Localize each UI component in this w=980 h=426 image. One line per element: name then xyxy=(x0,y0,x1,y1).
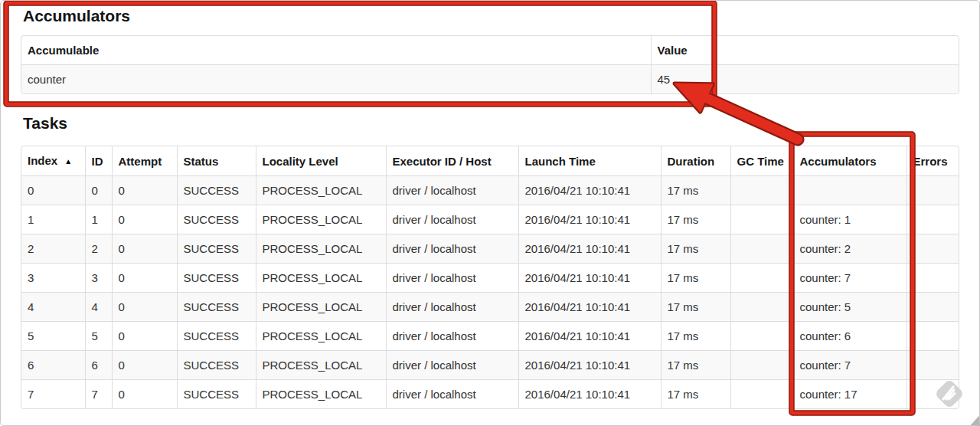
col-header-accumulators[interactable]: Accumulators xyxy=(793,146,906,176)
td-accumulators: counter: 1 xyxy=(793,205,906,234)
col-header-executor-id-host[interactable]: Executor ID / Host xyxy=(386,146,518,176)
td-executor: driver / localhost xyxy=(386,293,518,322)
td-errors xyxy=(906,351,959,380)
td-index: 4 xyxy=(21,293,85,322)
td-accumulable-name: counter xyxy=(21,65,651,94)
td-index: 5 xyxy=(21,322,85,351)
td-attempt: 0 xyxy=(112,322,177,351)
td-id: 5 xyxy=(85,322,112,351)
td-index: 1 xyxy=(21,205,85,234)
td-executor: driver / localhost xyxy=(386,234,518,264)
td-index: 7 xyxy=(21,380,85,409)
td-errors xyxy=(906,234,959,264)
td-locality: PROCESS_LOCAL xyxy=(256,264,386,293)
col-header-errors[interactable]: Errors xyxy=(906,146,959,176)
td-duration: 17 ms xyxy=(661,293,730,322)
td-accumulable-value: 45 xyxy=(651,65,959,94)
td-launch-time: 2016/04/21 10:10:41 xyxy=(518,351,661,380)
td-accumulators: counter: 5 xyxy=(793,293,906,322)
td-locality: PROCESS_LOCAL xyxy=(256,205,386,234)
td-accumulators: counter: 17 xyxy=(793,380,906,409)
col-header-index[interactable]: Index▲ xyxy=(21,146,85,176)
td-gc-time xyxy=(730,380,793,409)
td-id: 6 xyxy=(85,351,112,380)
td-locality: PROCESS_LOCAL xyxy=(256,380,386,409)
col-header-attempt[interactable]: Attempt xyxy=(112,146,177,176)
col-header-gc-time[interactable]: GC Time xyxy=(730,146,793,176)
accumulators-table-grid: Accumulable Value counter 45 xyxy=(21,36,959,93)
table-row: counter 45 xyxy=(21,65,959,94)
td-status: SUCCESS xyxy=(177,205,256,234)
td-executor: driver / localhost xyxy=(386,322,518,351)
td-duration: 17 ms xyxy=(661,234,730,264)
td-executor: driver / localhost xyxy=(386,351,518,380)
td-launch-time: 2016/04/21 10:10:41 xyxy=(518,293,661,322)
col-header-accumulable[interactable]: Accumulable xyxy=(21,36,651,65)
td-index: 3 xyxy=(21,264,85,293)
td-executor: driver / localhost xyxy=(386,264,518,293)
resize-handle-icon[interactable] xyxy=(971,416,980,426)
td-status: SUCCESS xyxy=(177,293,256,322)
col-header-launch-time[interactable]: Launch Time xyxy=(518,146,661,176)
td-attempt: 0 xyxy=(112,176,177,205)
col-header-duration[interactable]: Duration xyxy=(661,146,730,176)
td-attempt: 0 xyxy=(112,205,177,234)
accumulators-section-title: Accumulators xyxy=(23,7,130,25)
col-header-id[interactable]: ID xyxy=(85,146,112,176)
td-gc-time xyxy=(730,234,793,264)
td-launch-time: 2016/04/21 10:10:41 xyxy=(518,264,661,293)
sort-asc-icon: ▲ xyxy=(64,157,72,165)
td-executor: driver / localhost xyxy=(386,176,518,205)
td-accumulators: counter: 7 xyxy=(793,351,906,380)
table-row: 1 1 0 SUCCESS PROCESS_LOCAL driver / loc… xyxy=(21,205,959,234)
td-errors xyxy=(906,264,959,293)
td-duration: 17 ms xyxy=(661,176,730,205)
td-attempt: 0 xyxy=(112,380,177,409)
td-attempt: 0 xyxy=(112,293,177,322)
table-row: 2 2 0 SUCCESS PROCESS_LOCAL driver / loc… xyxy=(21,234,959,264)
td-duration: 17 ms xyxy=(661,380,730,409)
td-duration: 17 ms xyxy=(661,264,730,293)
td-attempt: 0 xyxy=(112,264,177,293)
td-executor: driver / localhost xyxy=(386,205,518,234)
td-locality: PROCESS_LOCAL xyxy=(256,176,386,205)
table-row: 3 3 0 SUCCESS PROCESS_LOCAL driver / loc… xyxy=(21,264,959,293)
td-locality: PROCESS_LOCAL xyxy=(256,293,386,322)
table-header-row: Index▲ ID Attempt Status Locality Level … xyxy=(21,146,959,176)
td-accumulators: counter: 7 xyxy=(793,264,906,293)
td-index: 6 xyxy=(21,351,85,380)
td-status: SUCCESS xyxy=(177,351,256,380)
td-launch-time: 2016/04/21 10:10:41 xyxy=(518,234,661,264)
tasks-table-grid: Index▲ ID Attempt Status Locality Level … xyxy=(21,146,959,408)
tasks-table: Index▲ ID Attempt Status Locality Level … xyxy=(21,146,959,409)
td-attempt: 0 xyxy=(112,234,177,264)
td-errors xyxy=(906,176,959,205)
td-id: 2 xyxy=(85,234,112,264)
td-status: SUCCESS xyxy=(177,264,256,293)
col-header-locality-level[interactable]: Locality Level xyxy=(256,146,386,176)
td-index: 0 xyxy=(21,176,85,205)
td-locality: PROCESS_LOCAL xyxy=(256,322,386,351)
td-accumulators xyxy=(793,176,906,205)
col-header-index-label: Index xyxy=(28,154,57,167)
td-duration: 17 ms xyxy=(661,205,730,234)
col-header-status[interactable]: Status xyxy=(177,146,256,176)
td-duration: 17 ms xyxy=(661,322,730,351)
td-errors xyxy=(906,322,959,351)
td-errors xyxy=(906,380,959,409)
table-row: 0 0 0 SUCCESS PROCESS_LOCAL driver / loc… xyxy=(21,176,959,205)
td-status: SUCCESS xyxy=(177,234,256,264)
td-status: SUCCESS xyxy=(177,176,256,205)
table-row: 4 4 0 SUCCESS PROCESS_LOCAL driver / loc… xyxy=(21,293,959,322)
td-id: 1 xyxy=(85,205,112,234)
td-gc-time xyxy=(730,293,793,322)
td-executor: driver / localhost xyxy=(386,380,518,409)
col-header-value[interactable]: Value xyxy=(651,36,959,65)
td-accumulators: counter: 6 xyxy=(793,322,906,351)
td-launch-time: 2016/04/21 10:10:41 xyxy=(518,322,661,351)
td-launch-time: 2016/04/21 10:10:41 xyxy=(518,205,661,234)
td-index: 2 xyxy=(21,234,85,264)
td-status: SUCCESS xyxy=(177,322,256,351)
td-errors xyxy=(906,205,959,234)
td-gc-time xyxy=(730,205,793,234)
